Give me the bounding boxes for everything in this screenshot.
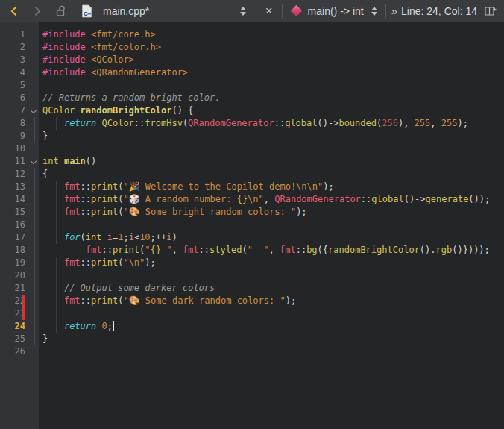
gutter-cell[interactable]: 6 [0,92,39,104]
gutter-cell[interactable]: 2 [0,41,39,54]
code-text[interactable] [39,307,504,320]
gutter-cell[interactable]: 14 [0,193,39,206]
lock-button[interactable] [54,2,69,20]
code-text[interactable]: #include <QRandomGenerator> [39,66,504,79]
code-line[interactable]: 19 fmt::print("\n"); [0,257,504,269]
overflow-chevron-icon[interactable]: » [391,4,397,17]
gutter-cell[interactable]: 5 [0,79,39,92]
code-text[interactable]: return 0; [39,320,504,333]
document-dropdown-button[interactable] [236,2,251,20]
code-line[interactable]: 18 fmt::print("{} ", fmt::styled(" ", fm… [0,244,504,257]
code-text[interactable] [39,143,504,155]
code-text[interactable]: #include <fmt/core.h> [39,28,504,41]
code-text[interactable]: #include <fmt/color.h> [39,41,504,54]
gutter-cell[interactable]: 3 [0,54,39,66]
fold-chevron-icon[interactable] [31,107,37,113]
gutter-cell[interactable]: 9 [0,130,39,143]
line-number: 24 [15,321,25,331]
code-text[interactable] [39,269,504,282]
code-line[interactable]: 2#include <fmt/color.h> [0,41,504,54]
symbol-dropdown-button[interactable]: main() -> int [288,2,380,20]
token-fn: print [91,295,118,306]
gutter-cell[interactable]: 20 [0,269,39,282]
code-line[interactable]: 5 [0,79,504,92]
code-text[interactable]: #include <QColor> [39,54,504,66]
code-text[interactable]: fmt::print("🎨 Some dark random colors: "… [39,295,504,307]
code-text[interactable]: fmt::print("{} ", fmt::styled(" ", fmt::… [39,244,504,257]
code-text[interactable]: // Output some darker colors [39,282,504,295]
code-line[interactable]: 10 [0,143,504,155]
line-number: 12 [15,169,25,179]
code-line[interactable]: 14 fmt::print("🎲 A random number: {}\n",… [0,193,504,206]
gutter-cell[interactable]: 11 [0,155,39,168]
document-title[interactable]: main.cpp* [103,5,149,17]
code-line[interactable]: 17 for(int i=1;i<10;++i) [0,231,504,244]
close-document-button[interactable]: × [262,2,277,20]
token-fs: {} [237,194,248,204]
gutter-cell[interactable]: 17 [0,231,39,244]
code-editor[interactable]: 1#include <fmt/core.h>2#include <fmt/col… [0,22,504,429]
forward-button[interactable] [30,2,45,20]
token-pun: :: [81,295,91,306]
code-text[interactable]: { [39,168,504,181]
code-text[interactable]: int main() [39,155,504,168]
code-line[interactable]: 22 fmt::print("🎨 Some dark random colors… [0,295,504,307]
code-line[interactable]: 24 return 0; [0,320,504,333]
gutter-cell[interactable]: 23 [0,307,39,320]
code-text[interactable] [39,345,504,358]
code-line[interactable]: 15 fmt::print("🎨 Some bright random colo… [0,206,504,219]
code-line[interactable]: 7QColor randomBrightColor() { [0,104,504,117]
code-text[interactable]: for(int i=1;i<10;++i) [39,231,504,244]
gutter-cell[interactable]: 8 [0,117,39,130]
code-text[interactable]: fmt::print("\n"); [39,257,504,269]
gutter-cell[interactable]: 26 [0,345,39,358]
token-pp: #include [42,29,91,40]
code-line[interactable]: 23 [0,307,504,320]
code-line[interactable]: 26 [0,345,504,358]
code-line[interactable]: 25} [0,333,504,345]
code-line[interactable]: 12{ [0,168,504,181]
gutter-cell[interactable]: 12 [0,168,39,181]
gutter-cell[interactable]: 25 [0,333,39,345]
code-line[interactable]: 6// Returns a random bright color. [0,92,504,104]
code-text[interactable]: } [39,130,504,143]
gutter-cell[interactable]: 24 [0,320,39,333]
code-text[interactable]: return QColor::fromHsv(QRandomGenerator:… [39,117,504,130]
gutter-cell[interactable]: 21 [0,282,39,295]
token-pun [42,207,64,217]
token-pun: ()-> [404,194,426,204]
gutter-cell[interactable]: 10 [0,143,39,155]
code-line[interactable]: 3#include <QColor> [0,54,504,66]
code-text[interactable] [39,79,504,92]
code-line[interactable]: 9} [0,130,504,143]
code-text[interactable]: fmt::print("🎨 Some bright random colors:… [39,206,504,219]
code-text[interactable]: // Returns a random bright color. [39,92,504,104]
fold-chevron-icon[interactable] [31,158,37,164]
code-line[interactable]: 11int main() [0,155,504,168]
code-line[interactable]: 4#include <QRandomGenerator> [0,66,504,79]
gutter-cell[interactable]: 19 [0,257,39,269]
back-button[interactable] [6,2,21,20]
gutter-cell[interactable]: 16 [0,219,39,231]
gutter-cell[interactable]: 4 [0,66,39,79]
code-line[interactable]: 16 [0,219,504,231]
gutter-cell[interactable]: 1 [0,28,39,41]
token-cmt: // Output some darker colors [64,283,215,293]
code-line[interactable]: 13 fmt::print("🎉 Welcome to the Copilot … [0,181,504,193]
code-text[interactable]: } [39,333,504,345]
code-line[interactable]: 8 return QColor::fromHsv(QRandomGenerato… [0,117,504,130]
split-editor-button[interactable] [483,2,498,20]
code-text[interactable]: fmt::print("🎲 A random number: {}\n", QR… [39,193,504,206]
gutter-cell[interactable]: 22 [0,295,39,307]
gutter-cell[interactable]: 18 [0,244,39,257]
code-text[interactable]: fmt::print("🎉 Welcome to the Copilot dem… [39,181,504,193]
gutter-cell[interactable]: 15 [0,206,39,219]
code-line[interactable]: 20 [0,269,504,282]
code-text[interactable] [39,219,504,231]
token-typ: QColor [101,118,133,128]
code-text[interactable]: QColor randomBrightColor() { [39,104,504,117]
gutter-cell[interactable]: 7 [0,104,39,117]
code-line[interactable]: 21 // Output some darker colors [0,282,504,295]
code-line[interactable]: 1#include <fmt/core.h> [0,28,504,41]
gutter-cell[interactable]: 13 [0,181,39,193]
